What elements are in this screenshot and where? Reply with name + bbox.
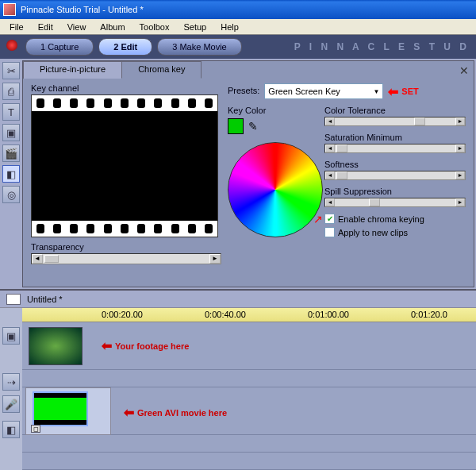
eyedropper-icon[interactable]: ✎ bbox=[248, 120, 258, 133]
time-ruler[interactable]: 0:00:20.00 0:00:40.00 0:01:00.00 0:01:20… bbox=[22, 308, 476, 322]
tab-edit[interactable]: 2 Edit bbox=[98, 38, 152, 56]
softness-slider[interactable]: ◄► bbox=[324, 171, 466, 180]
chroma-key-panel: Picture-in-picture Chroma key ✕ Key chan… bbox=[22, 60, 474, 287]
enable-chroma-checkbox[interactable]: ✔ bbox=[324, 214, 335, 224]
apply-new-clips-label: Apply to new clips bbox=[338, 228, 408, 237]
window-title: Pinnacle Studio Trial - Untitled * bbox=[21, 5, 144, 14]
color-wheel[interactable] bbox=[228, 142, 323, 237]
annotation-footage: ⬅ Your footage here bbox=[102, 338, 189, 353]
tab-make-movie[interactable]: 3 Make Movie bbox=[157, 38, 241, 56]
slider-thumb[interactable] bbox=[44, 255, 59, 263]
key-color-label: Key Color bbox=[228, 106, 315, 115]
menu-file[interactable]: File bbox=[3, 21, 30, 33]
spill-suppression-slider[interactable]: ◄► bbox=[324, 198, 466, 207]
timeline: Untitled * 0:00:20.00 0:00:40.00 0:01:00… bbox=[0, 289, 476, 470]
clip-link-icon[interactable]: ◻ bbox=[31, 425, 40, 433]
arrow-left-red-icon: ⬅ bbox=[102, 338, 112, 353]
annotation-set: ⬅ SET bbox=[388, 84, 418, 99]
menu-toolbox[interactable]: Toolbox bbox=[133, 21, 176, 33]
track-lock-icon[interactable]: ⇢ bbox=[2, 373, 20, 391]
tool-camera-icon[interactable]: ⎙ bbox=[2, 83, 20, 100]
title-track[interactable] bbox=[22, 453, 476, 470]
tool-pip-icon[interactable]: ◧ bbox=[2, 165, 20, 183]
arrow-left-red-icon: ⬅ bbox=[388, 84, 398, 99]
arrow-left-icon[interactable]: ◄ bbox=[32, 254, 43, 264]
track-overlay-icon[interactable]: ◧ bbox=[2, 421, 20, 438]
menu-album[interactable]: Album bbox=[94, 21, 131, 33]
transparency-label: Transparency bbox=[31, 242, 221, 252]
brand-text: P I N N A C L E S T U D bbox=[294, 41, 470, 52]
close-icon[interactable]: ✕ bbox=[459, 64, 469, 77]
tab-pip[interactable]: Picture-in-picture bbox=[23, 61, 122, 79]
track-video-icon[interactable]: ▣ bbox=[2, 327, 20, 345]
video-track[interactable]: ⬅ Your footage here bbox=[22, 322, 476, 370]
overlay-clip-wrap[interactable]: ◻ bbox=[25, 387, 111, 435]
menu-view[interactable]: View bbox=[61, 21, 93, 33]
overlay-audio-track[interactable] bbox=[22, 435, 476, 453]
tab-capture[interactable]: 1 Capture bbox=[25, 38, 94, 56]
timeline-view-icon[interactable] bbox=[6, 294, 21, 305]
presets-label: Presets: bbox=[228, 86, 259, 95]
titlebar: Pinnacle Studio Trial - Untitled * bbox=[0, 0, 476, 19]
timeline-title: Untitled * bbox=[27, 295, 63, 304]
enable-chroma-label: Enable chroma keying bbox=[338, 214, 424, 224]
video-clip[interactable] bbox=[29, 327, 83, 365]
menu-help[interactable]: Help bbox=[214, 21, 245, 33]
annotation-green-avi: ⬅ Green AVI movie here bbox=[124, 405, 227, 420]
menu-edit[interactable]: Edit bbox=[32, 21, 60, 33]
tool-clapper-icon[interactable]: 🎬 bbox=[2, 144, 20, 162]
left-toolbar: ✂ ⎙ T ▣ 🎬 ◧ ◎ bbox=[0, 59, 22, 289]
menu-setup[interactable]: Setup bbox=[177, 21, 213, 33]
presets-value: Green Screen Key bbox=[268, 87, 340, 96]
ruler-mark: 0:00:40.00 bbox=[205, 310, 246, 319]
overlay-track[interactable]: ◻ ⬅ Green AVI movie here bbox=[22, 387, 476, 435]
spill-suppression-label: Spill Suppression bbox=[324, 187, 466, 196]
tool-camcorder-icon[interactable]: ▣ bbox=[2, 124, 20, 141]
transparency-slider[interactable]: ◄ ► bbox=[31, 253, 221, 264]
menubar: File Edit View Album Toolbox Setup Help bbox=[0, 19, 476, 35]
color-tolerance-label: Color Tolerance bbox=[324, 106, 466, 115]
arrow-red-icon: ↗ bbox=[313, 213, 323, 225]
app-icon bbox=[3, 3, 16, 16]
color-tolerance-slider[interactable]: ◄► bbox=[324, 117, 466, 126]
key-color-swatch[interactable] bbox=[228, 118, 244, 134]
apply-new-clips-checkbox[interactable] bbox=[324, 227, 335, 237]
track-toolbar: ▣ ⇢ 🎤 ◧ bbox=[0, 322, 22, 470]
tab-chroma-key[interactable]: Chroma key bbox=[121, 61, 202, 79]
arrow-left-red-icon: ⬅ bbox=[124, 405, 134, 420]
saturation-min-label: Saturation Minimum bbox=[324, 133, 466, 142]
ruler-mark: 0:01:00.00 bbox=[308, 310, 349, 319]
ruler-mark: 0:00:20.00 bbox=[102, 310, 143, 319]
key-channel-label: Key channel bbox=[31, 83, 221, 93]
chevron-down-icon: ▼ bbox=[373, 88, 379, 95]
filmstrip-preview bbox=[31, 94, 218, 237]
tool-disc-icon[interactable]: ◎ bbox=[2, 186, 20, 203]
nav-tab-strip: 1 Capture 2 Edit 3 Make Movie P I N N A … bbox=[0, 35, 476, 59]
audio-track[interactable] bbox=[22, 370, 476, 387]
presets-dropdown[interactable]: Green Screen Key ▼ bbox=[264, 83, 383, 99]
overlay-clip[interactable] bbox=[33, 391, 88, 426]
tool-cut-icon[interactable]: ✂ bbox=[2, 62, 20, 79]
arrow-right-icon[interactable]: ► bbox=[209, 254, 221, 264]
tool-text-icon[interactable]: T bbox=[2, 103, 20, 121]
softness-label: Softness bbox=[324, 160, 466, 169]
ruler-mark: 0:01:20.0 bbox=[411, 310, 447, 319]
record-pin-icon bbox=[6, 40, 17, 51]
saturation-min-slider[interactable]: ◄► bbox=[324, 144, 466, 153]
track-mic-icon[interactable]: 🎤 bbox=[2, 395, 20, 413]
